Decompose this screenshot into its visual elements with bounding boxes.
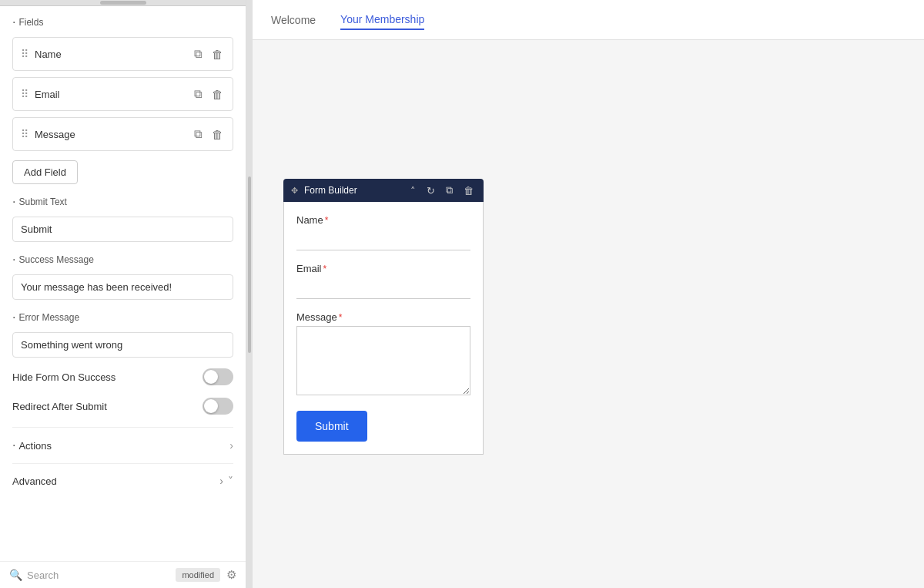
main-area: Welcome Your Membership ✥ Form Builder ˄…: [253, 0, 924, 588]
nav-item-membership[interactable]: Your Membership: [340, 10, 424, 30]
error-message-input[interactable]: [12, 332, 233, 358]
success-message-group: [12, 274, 233, 300]
fields-list: ⠿ Name ⧉ 🗑 ⠿ Email ⧉ 🗑: [12, 37, 233, 151]
main-content: ✥ Form Builder ˄ ↻ ⧉ 🗑 Name * Email *: [253, 40, 924, 588]
field-row-email: ⠿ Email ⧉ 🗑: [12, 77, 233, 111]
form-preview: Name * Email * Message * Submit: [283, 202, 484, 455]
top-nav: Welcome Your Membership: [253, 0, 924, 40]
settings-button[interactable]: ⚙: [226, 568, 236, 582]
form-name-input[interactable]: [296, 229, 470, 250]
advanced-chevron-down-icon: ˅: [228, 475, 233, 487]
toolbar-collapse-button[interactable]: ˄: [408, 184, 418, 197]
add-field-button[interactable]: Add Field: [12, 160, 78, 184]
sidebar: Fields ⠿ Name ⧉ 🗑 ⠿ Email: [0, 0, 246, 588]
message-required-star: *: [339, 312, 343, 323]
field-label-name: Name: [35, 49, 62, 60]
nav-item-welcome[interactable]: Welcome: [271, 11, 316, 29]
fields-section-label: Fields: [12, 15, 233, 29]
advanced-section: Advanced › ˅: [12, 463, 233, 498]
copy-button-name[interactable]: ⧉: [192, 45, 204, 62]
success-message-input[interactable]: [12, 274, 233, 300]
toolbar-delete-button[interactable]: 🗑: [461, 184, 476, 197]
toolbar-refresh-button[interactable]: ↻: [424, 184, 437, 197]
form-submit-button[interactable]: Submit: [296, 411, 367, 442]
form-name-label: Name *: [296, 214, 470, 226]
advanced-header[interactable]: Advanced › ˅: [12, 475, 233, 487]
hide-form-label: Hide Form On Success: [12, 371, 116, 383]
advanced-chevron-right-icon: ›: [219, 475, 223, 487]
redirect-row: Redirect After Submit: [12, 398, 233, 415]
form-builder-widget: ✥ Form Builder ˄ ↻ ⧉ 🗑 Name * Email *: [283, 179, 484, 455]
delete-button-email[interactable]: 🗑: [210, 86, 225, 102]
field-row-name: ⠿ Name ⧉ 🗑: [12, 37, 233, 71]
drag-icon-email[interactable]: ⠿: [21, 88, 28, 100]
actions-section: Actions ›: [12, 427, 233, 463]
error-message-label: Error Message: [12, 311, 233, 324]
redirect-label: Redirect After Submit: [12, 401, 107, 412]
submit-text-label: Submit Text: [12, 195, 233, 209]
form-message-textarea[interactable]: [296, 326, 470, 395]
drag-icon-name[interactable]: ⠿: [21, 48, 28, 60]
submit-text-input[interactable]: [12, 217, 233, 242]
form-email-input[interactable]: [296, 277, 470, 299]
sidebar-bottom: 🔍 Search modified ⚙: [0, 561, 246, 588]
form-message-label: Message *: [296, 311, 470, 323]
actions-label: Actions: [12, 438, 52, 452]
redirect-toggle[interactable]: [203, 398, 233, 415]
advanced-label: Advanced: [12, 475, 57, 487]
copy-button-email[interactable]: ⧉: [192, 86, 204, 102]
toolbar-copy-button[interactable]: ⧉: [444, 183, 455, 197]
actions-header[interactable]: Actions ›: [12, 438, 233, 452]
sidebar-scroll-handle[interactable]: [0, 0, 246, 6]
widget-toolbar-title: Form Builder: [304, 185, 402, 196]
hide-form-toggle[interactable]: [203, 368, 233, 385]
field-row-message: ⠿ Message ⧉ 🗑: [12, 117, 233, 151]
drag-icon-message[interactable]: ⠿: [21, 128, 28, 140]
form-email-label: Email *: [296, 263, 470, 274]
hide-form-row: Hide Form On Success: [12, 368, 233, 385]
move-icon[interactable]: ✥: [291, 186, 298, 196]
copy-button-message[interactable]: ⧉: [192, 126, 204, 143]
submit-text-group: [12, 217, 233, 242]
search-area[interactable]: 🔍 Search: [9, 569, 59, 581]
field-label-email: Email: [35, 89, 60, 100]
actions-chevron-right-icon: ›: [229, 439, 233, 452]
widget-toolbar: ✥ Form Builder ˄ ↻ ⧉ 🗑: [283, 179, 484, 202]
error-message-group: [12, 332, 233, 358]
search-placeholder: Search: [27, 570, 59, 581]
modified-badge: modified: [176, 568, 220, 582]
search-icon: 🔍: [9, 569, 22, 581]
name-required-star: *: [325, 215, 329, 226]
email-required-star: *: [323, 264, 327, 274]
field-label-message: Message: [35, 129, 75, 140]
scrollbar-divider[interactable]: [246, 0, 253, 588]
delete-button-message[interactable]: 🗑: [210, 126, 225, 143]
delete-button-name[interactable]: 🗑: [210, 45, 225, 62]
success-message-label: Success Message: [12, 253, 233, 267]
